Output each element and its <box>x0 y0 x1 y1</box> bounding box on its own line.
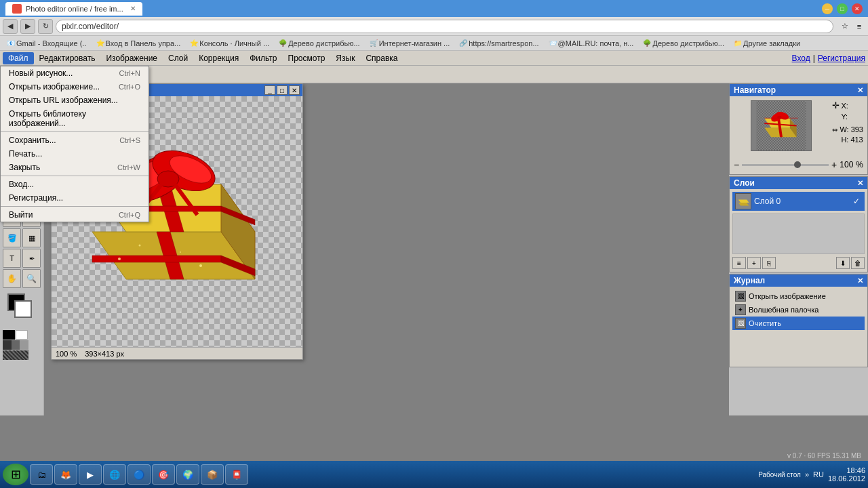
swatch-pattern[interactable] <box>3 350 28 360</box>
address-bar[interactable]: pixlr.com/editor/ <box>56 20 833 33</box>
journal-item-1[interactable]: ✦ Волшебная палочка <box>732 303 865 317</box>
menu-login[interactable]: Вход... <box>1 178 149 191</box>
gradient-tool[interactable]: ▦ <box>22 228 41 247</box>
zoom-tool[interactable]: 🔍 <box>22 269 41 288</box>
taskbar-app-media[interactable]: ▶ <box>79 464 102 485</box>
menu-open-image[interactable]: Открыть изображение... Ctrl+O <box>1 80 149 94</box>
menu-edit[interactable]: Редактировать <box>34 52 101 64</box>
canvas-maximize-btn[interactable]: □ <box>277 85 288 95</box>
menu-icon[interactable]: ≡ <box>853 20 865 33</box>
menu-filter[interactable]: Фильтр <box>244 52 282 64</box>
login-link[interactable]: Вход <box>792 54 810 63</box>
separator1 <box>1 131 149 132</box>
layer-visibility-0[interactable]: ✓ <box>851 196 862 207</box>
menu-new[interactable]: Новый рисунок... Ctrl+N <box>1 66 149 80</box>
taskbar-app-chrome[interactable]: 🔵 <box>127 464 151 485</box>
zoom-out-btn[interactable]: − <box>734 159 739 170</box>
bookmark-mail[interactable]: 📨 @MAIL.RU: почта, н... <box>545 39 638 48</box>
register-link[interactable]: Регистрация <box>818 54 865 63</box>
menu-help[interactable]: Справка <box>360 52 403 64</box>
layer-add-btn[interactable]: + <box>747 257 761 269</box>
bookmark-shop[interactable]: 🛒 Интернет-магазин ... <box>366 39 454 48</box>
bucket-tool[interactable]: 🪣 <box>3 228 21 247</box>
journal-body: 🖼 Открыть изображение ✦ Волшебная палочк… <box>730 287 867 367</box>
zoom-in-btn[interactable]: + <box>831 159 837 170</box>
menu-layer[interactable]: Слой <box>163 52 193 64</box>
lang-indicator[interactable]: RU <box>813 470 824 479</box>
bookmark-console-label: Консоль · Личный ... <box>199 39 269 47</box>
nav-icons: ☆ ≡ <box>839 20 865 33</box>
color-section[interactable] <box>7 293 36 322</box>
taskbar: ⊞ 🗂 🦊 ▶ 🌐 🔵 🎯 🌍 📦 📮 Рабочий стол » RU 18… <box>0 461 868 488</box>
menu-image[interactable]: Изображение <box>100 52 163 64</box>
text-tool[interactable]: T <box>3 249 21 268</box>
menu-file[interactable]: Файл <box>3 52 34 64</box>
start-button[interactable]: ⊞ <box>3 464 28 485</box>
journal-item-2[interactable]: 🖼 Очистить <box>732 317 865 330</box>
taskbar-app-mail[interactable]: 📮 <box>225 464 248 485</box>
taskbar-app-explorer[interactable]: 🗂 <box>30 464 53 485</box>
forward-button[interactable]: ▶ <box>20 19 35 34</box>
bookmark-panel[interactable]: ⭐ Вход в Панель упра... <box>92 39 185 48</box>
expand-icon[interactable]: » <box>805 470 809 479</box>
zoom-thumb[interactable] <box>794 161 801 168</box>
swatch-gradient[interactable] <box>3 340 28 350</box>
menu-quit[interactable]: Выйти Ctrl+Q <box>1 208 149 222</box>
tab-close-button[interactable]: ✕ <box>130 5 136 12</box>
menu-language[interactable]: Язык <box>330 52 360 64</box>
bookmark-tree2[interactable]: 🌳 Дерево дистрибью... <box>639 39 728 48</box>
taskbar-app-firefox[interactable]: 🦊 <box>54 464 77 485</box>
layers-body: Слой 0 ✓ ≡ + ⎘ ⬇ 🗑 <box>730 189 867 272</box>
w-label: W: <box>840 125 848 134</box>
swatch-white[interactable] <box>16 330 28 340</box>
taskbar-app-pkg[interactable]: 📦 <box>201 464 224 485</box>
bookmark-tree1[interactable]: 🌳 Дерево дистрибью... <box>275 39 364 48</box>
maximize-button[interactable]: □ <box>837 3 848 14</box>
bookmark-console[interactable]: ⭐ Консоль · Личный ... <box>186 39 273 48</box>
taskbar-app-ie[interactable]: 🌐 <box>103 464 126 485</box>
taskbar-app-game[interactable]: 🎯 <box>152 464 175 485</box>
layer-item-0[interactable]: Слой 0 ✓ <box>732 192 865 211</box>
hand-tool[interactable]: ✋ <box>3 269 21 288</box>
canvas-minimize-btn[interactable]: _ <box>264 85 275 95</box>
reload-button[interactable]: ↻ <box>38 19 53 34</box>
layer-merge-btn[interactable]: ⬇ <box>836 257 850 269</box>
bookmark-gmail[interactable]: 📧 Gmail - Входящие (.. <box>3 39 91 48</box>
journal-close-btn[interactable]: ✕ <box>857 277 863 285</box>
layers-close-btn[interactable]: ✕ <box>857 179 863 188</box>
window-controls: ─ □ ✕ <box>822 3 863 14</box>
bookmark-star-icon[interactable]: ☆ <box>839 20 851 33</box>
menu-print[interactable]: Печать... <box>1 147 149 161</box>
menu-view[interactable]: Просмотр <box>283 52 331 64</box>
tab-title: Photo editor online / free im... <box>26 5 123 13</box>
taskbar-chrome-icon: 🔵 <box>132 468 146 481</box>
close-button[interactable]: ✕ <box>852 3 863 14</box>
browser-tab[interactable]: Photo editor online / free im... ✕ <box>5 2 142 16</box>
menu-open-library[interactable]: Открыть библиотеку изображений... <box>1 107 149 130</box>
minimize-button[interactable]: ─ <box>822 3 833 14</box>
menu-register[interactable]: Регистрация... <box>1 191 149 205</box>
tool-row-10: ✋ 🔍 <box>3 269 41 288</box>
swatch-black[interactable] <box>3 330 15 340</box>
menu-open-url[interactable]: Открыть URL изображения... <box>1 94 149 107</box>
title-bar: Photo editor online / free im... ✕ ─ □ ✕ <box>0 0 868 17</box>
layer-settings-btn[interactable]: ≡ <box>732 257 746 269</box>
journal-item-0[interactable]: 🖼 Открыть изображение <box>732 289 865 303</box>
background-color[interactable] <box>14 300 32 318</box>
layer-delete-btn[interactable]: 🗑 <box>851 257 865 269</box>
back-button[interactable]: ◀ <box>3 19 18 34</box>
zoom-slider[interactable] <box>742 164 829 166</box>
h-label: H: <box>841 136 848 144</box>
canvas-close-btn[interactable]: ✕ <box>289 85 300 95</box>
layer-duplicate-btn[interactable]: ⎘ <box>762 257 776 269</box>
navigator-close-btn[interactable]: ✕ <box>857 86 863 95</box>
journal-icon-0: 🖼 <box>735 291 746 302</box>
pen-tool[interactable]: ✒ <box>22 249 41 268</box>
menu-correction[interactable]: Коррекция <box>193 52 244 64</box>
bookmark-others[interactable]: 📁 Другие закладки <box>730 39 804 48</box>
menu-save[interactable]: Сохранить... Ctrl+S <box>1 134 149 147</box>
time-display: 18:46 <box>828 466 865 474</box>
menu-close[interactable]: Закрыть Ctrl+W <box>1 161 149 174</box>
taskbar-app-earth[interactable]: 🌍 <box>176 464 199 485</box>
bookmark-smart[interactable]: 🔗 https://smartrespon... <box>455 39 542 48</box>
